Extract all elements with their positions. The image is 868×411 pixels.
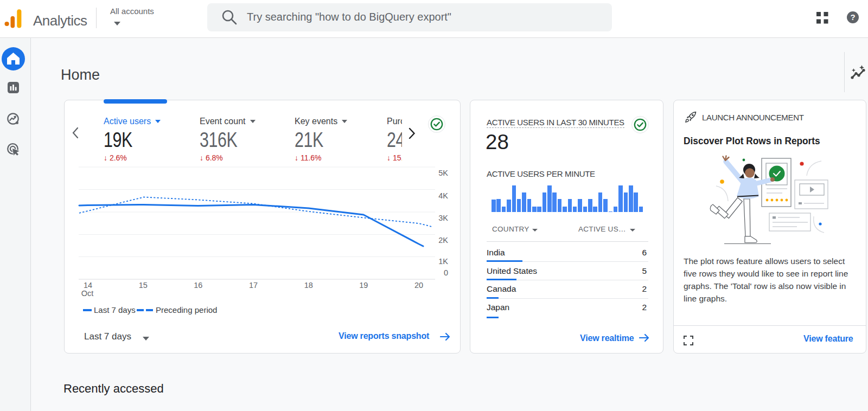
- svg-text:Oct: Oct: [81, 289, 94, 298]
- svg-text:19: 19: [359, 281, 368, 290]
- svg-text:17: 17: [249, 281, 258, 290]
- svg-text:18: 18: [304, 281, 313, 290]
- svg-text:15: 15: [139, 281, 148, 290]
- svg-text:20: 20: [414, 281, 423, 290]
- svg-text:0: 0: [444, 268, 448, 277]
- svg-text:1K: 1K: [438, 257, 448, 266]
- svg-text:14: 14: [84, 281, 92, 290]
- svg-text:4K: 4K: [438, 191, 448, 200]
- svg-text:16: 16: [194, 281, 202, 290]
- svg-text:2K: 2K: [438, 236, 448, 245]
- svg-text:?: ?: [850, 12, 855, 22]
- svg-text:3K: 3K: [438, 214, 448, 222]
- svg-text:5K: 5K: [438, 169, 448, 177]
